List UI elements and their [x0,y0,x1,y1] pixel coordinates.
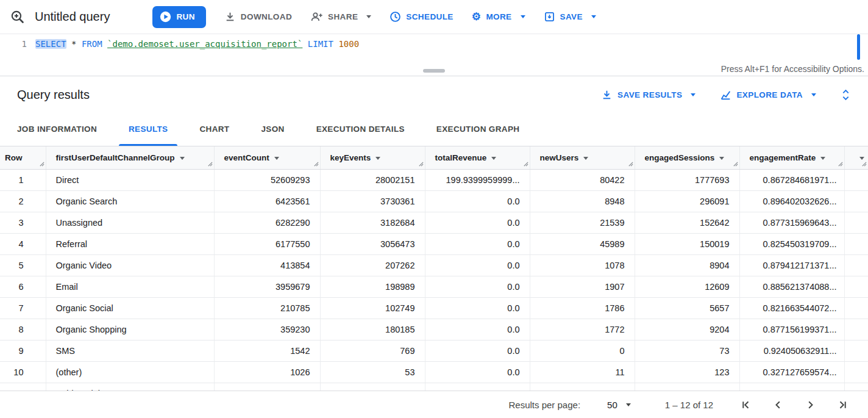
column-header-newUsers[interactable]: newUsers [530,146,635,169]
previous-page-button[interactable] [772,399,784,411]
column-resize-handle[interactable] [313,161,319,167]
data-cell: 434 [320,383,425,391]
column-menu-caret-icon[interactable] [180,157,185,160]
data-cell [844,383,868,391]
data-cell: 3730361 [320,190,425,212]
run-button[interactable]: RUN [152,6,205,28]
save-button-label: SAVE [560,12,583,21]
more-button-label: MORE [486,12,511,21]
row-number-cell: 9 [0,340,46,361]
more-button[interactable]: ⚙ MORE [472,12,525,22]
data-cell: 0.0 [425,276,530,297]
table-row: 1Direct5260929328002151199.9399959999...… [0,169,868,190]
page-size-select[interactable]: 50 [607,400,631,410]
column-header-eventCount[interactable]: eventCount [214,146,320,169]
data-cell: Unassigned [46,212,214,233]
pane-resize-handle[interactable] [423,69,445,73]
data-cell [844,319,868,340]
data-cell: 21539 [530,212,635,233]
dropdown-caret-icon [626,403,631,406]
editor-scrollbar-thumb[interactable] [857,34,860,60]
data-cell: Referral [46,233,214,254]
data-cell: 296091 [635,190,739,212]
table-row: 10(other)1026530.0111230.327127659574... [0,361,868,383]
column-label: engagedSessions [645,153,715,162]
data-cell: 207262 [320,254,425,276]
column-header-Row[interactable]: Row [0,146,46,169]
row-number-cell: 2 [0,190,46,212]
column-label: engagementRate [750,153,816,162]
column-resize-handle[interactable] [861,161,867,167]
data-cell: 3056473 [320,233,425,254]
data-cell: 997 [214,383,320,391]
chevron-right-icon [805,399,816,411]
data-cell: (other) [46,361,214,383]
table-row: 11Paid Social9974340.0091.0 [0,383,868,391]
save-icon [544,11,555,23]
column-header-engagedSessions[interactable]: engagedSessions [635,146,739,169]
expand-results-button[interactable] [841,88,851,101]
data-cell: 0.885621374088... [739,276,844,297]
save-results-button[interactable]: SAVE RESULTS [601,89,695,101]
tab-results[interactable]: RESULTS [113,114,183,146]
column-resize-handle[interactable] [523,161,528,167]
sql-code-line[interactable]: SELECT * FROM `demo.demoset.user_acquisi… [35,34,359,76]
results-per-page-label: Results per page: [509,400,581,410]
download-button-label: DOWNLOAD [241,12,292,21]
column-resize-handle[interactable] [733,161,738,167]
tab-chart[interactable]: CHART [183,114,245,146]
data-cell: 150019 [635,233,739,254]
query-editor-toolbar: Untitled query RUN DOWNLOAD SHARE [0,0,868,34]
column-resize-handle[interactable] [628,161,633,167]
column-menu-caret-icon[interactable] [820,157,825,160]
data-cell: 0.867284681971... [739,169,844,190]
first-page-icon [740,399,752,411]
column-resize-handle[interactable] [39,161,44,167]
column-menu-caret-icon[interactable] [859,157,864,160]
column-menu-caret-icon[interactable] [274,157,279,160]
column-menu-caret-icon[interactable] [583,157,588,160]
table-row: 9SMS15427690.00730.924050632911... [0,340,868,361]
column-label: totalRevenue [435,153,487,162]
data-cell: 8904 [635,254,739,276]
column-menu-caret-icon[interactable] [375,157,380,160]
tab-json[interactable]: JSON [245,114,300,146]
tab-execution-details[interactable]: EXECUTION DETAILS [301,114,421,146]
column-header-keyEvents[interactable]: keyEvents [320,146,425,169]
page-range-label: 1 – 12 of 12 [665,400,713,410]
table-row: 3Unassigned628229031826840.0215391526420… [0,212,868,233]
explore-data-button[interactable]: EXPLORE DATA [720,89,816,101]
sql-number-literal: 1000 [338,39,359,49]
data-cell [844,233,868,254]
column-header-totalRevenue[interactable]: totalRevenue [425,146,530,169]
download-button[interactable]: DOWNLOAD [224,11,292,23]
column-resize-handle[interactable] [838,161,843,167]
column-menu-caret-icon[interactable] [491,157,496,160]
column-header-engagementRate[interactable]: engagementRate [739,146,844,169]
sql-editor[interactable]: 1 SELECT * FROM `demo.demoset.user_acqui… [0,34,868,76]
tab-job-information[interactable]: JOB INFORMATION [1,114,113,146]
save-button[interactable]: SAVE [544,11,596,23]
sql-table-reference[interactable]: `demo.demoset.user_acquisition_report` [107,39,302,49]
data-cell: SMS [46,340,214,361]
column-resize-handle[interactable] [207,161,213,167]
column-header-partial[interactable] [844,146,868,169]
column-resize-handle[interactable] [418,161,424,167]
share-button[interactable]: SHARE [310,11,371,23]
last-page-button[interactable] [837,399,848,411]
data-cell: 1907 [530,276,635,297]
data-cell: 0.0 [425,233,530,254]
column-header-firstUserDefaultChannelGroup[interactable]: firstUserDefaultChannelGroup [46,146,214,169]
first-page-button[interactable] [740,399,752,411]
schedule-button[interactable]: SCHEDULE [390,11,453,23]
line-number: 1 [0,34,35,76]
pagination-bar: Results per page: 50 1 – 12 of 12 [0,391,868,418]
column-menu-caret-icon[interactable] [719,157,724,160]
tab-execution-graph[interactable]: EXECUTION GRAPH [421,114,536,146]
download-icon [601,89,613,101]
table-row: 5Organic Video4138542072620.0107889040.8… [0,254,868,276]
data-cell [844,340,868,361]
next-page-button[interactable] [805,399,816,411]
play-circle-icon [160,11,171,23]
row-number-cell: 5 [0,254,46,276]
